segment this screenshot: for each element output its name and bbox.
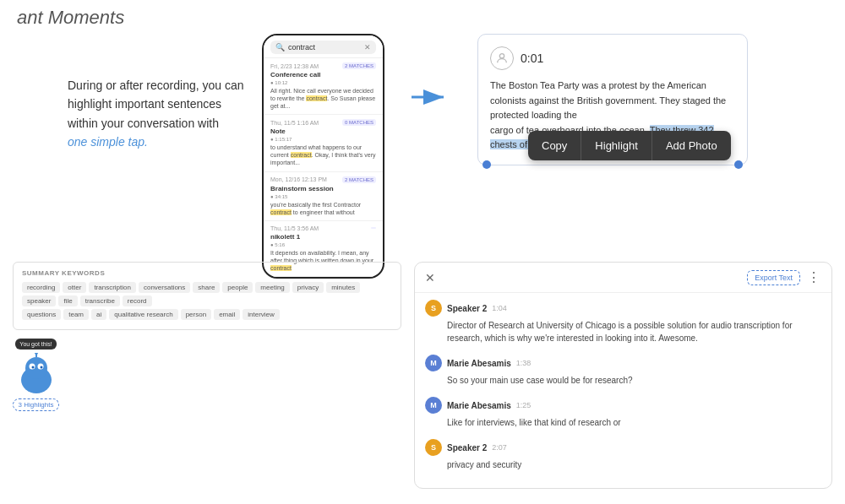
desc-line2: highlight important sentences	[68, 97, 221, 111]
conv-message: M Marie Abesamis 1:25 Like for interview…	[425, 397, 821, 429]
conv-speaker-name: Marie Abesamis	[447, 359, 511, 368]
chat-panel: You got this!	[13, 339, 401, 411]
phone-mockup: 🔍 contract ✕ Fri, 2/23 12:38 AM 2 MATCHE…	[262, 34, 384, 279]
keyword-tag: transcription	[89, 282, 136, 293]
bot-bubble: You got this!	[15, 339, 56, 350]
svg-point-4	[25, 357, 47, 379]
conv-more-menu[interactable]: ⋮	[807, 269, 821, 285]
desc-line3: within your conversation with	[68, 117, 219, 130]
phone-search-icon: 🔍	[275, 43, 285, 51]
keyword-tag: otter	[63, 282, 86, 293]
phone-search-clear: ✕	[364, 43, 371, 51]
avatar	[490, 46, 514, 70]
keyword-tag: share	[193, 282, 220, 293]
phone-list-item: Fri, 2/23 12:38 AM 2 MATCHES Conference …	[264, 58, 383, 115]
bot-avatar-area: You got this!	[13, 339, 59, 411]
description-area: During or after recording, you can highl…	[25, 25, 245, 152]
phone-list-item: Mon, 12/16 12:13 PM 2 MATCHES Brainstorm…	[264, 172, 383, 221]
svg-point-2	[499, 54, 504, 58]
keyword-tag: qualitative research	[109, 309, 177, 320]
conv-close-button[interactable]: ✕	[425, 271, 435, 285]
conv-avatar: M	[425, 355, 442, 371]
keyword-tag: ai	[91, 309, 106, 320]
keyword-tag: questions	[22, 309, 61, 320]
conv-timestamp: 1:25	[516, 401, 532, 409]
export-text-button[interactable]: Export Text	[747, 270, 800, 285]
keyword-tag: privacy	[292, 282, 324, 293]
keywords-row-2: questionsteamaiqualitative researchperso…	[22, 309, 392, 320]
conv-speaker-name: Speaker 2	[447, 304, 487, 313]
keywords-section: SUMMARY KEYWORDS recordingottertranscrip…	[13, 262, 401, 330]
context-menu-add-photo[interactable]: Add Photo	[652, 131, 731, 160]
desc-line1: During or after recording, you can	[68, 79, 244, 92]
conv-message-text: privacy and security	[425, 458, 821, 471]
keyword-tag: recording	[22, 282, 60, 293]
conv-message-text: So so your main use case would be for re…	[425, 374, 821, 387]
conv-timestamp: 2:07	[492, 443, 507, 452]
svg-point-10	[35, 353, 38, 355]
conv-message: S Speaker 2 2:07 privacy and security	[425, 439, 821, 471]
phone-list-item: Thu, 11/5 1:16 AM 0 MATCHES Note ● 1:15:…	[264, 115, 383, 171]
svg-point-8	[40, 366, 42, 369]
desc-line4: one simple tap.	[68, 135, 148, 149]
conv-messages: S Speaker 2 1:04 Director of Research at…	[415, 293, 831, 488]
conv-message-text: Director of Research at University of Ch…	[425, 319, 821, 344]
left-panel: SUMMARY KEYWORDS recordingottertranscrip…	[13, 262, 401, 489]
keyword-tag: transcribe	[80, 295, 120, 306]
keywords-label: SUMMARY KEYWORDS	[22, 269, 392, 277]
bottom-section: SUMMARY KEYWORDS recordingottertranscrip…	[0, 262, 845, 489]
conv-speaker-name: Marie Abesamis	[447, 401, 511, 410]
conv-speaker-name: Speaker 2	[447, 443, 487, 453]
conv-timestamp: 1:38	[516, 359, 532, 367]
arrow-right	[401, 84, 461, 110]
conv-message: M Marie Abesamis 1:38 So so your main us…	[425, 355, 821, 387]
keyword-tag: file	[58, 295, 77, 306]
conv-timestamp: 1:04	[492, 304, 507, 312]
context-menu: Copy Highlight Add Photo	[528, 131, 731, 160]
phone-list: Fri, 2/23 12:38 AM 2 MATCHES Conference …	[264, 58, 383, 277]
conv-message-text: Like for interviews, like that kind of r…	[425, 416, 821, 429]
page-title: ant Moments	[17, 7, 124, 29]
conv-avatar: M	[425, 397, 442, 414]
conv-avatar: S	[425, 439, 442, 456]
keyword-tag: meeting	[255, 282, 289, 293]
keyword-tag: record	[123, 295, 152, 306]
keywords-row-1: recordingottertranscriptionconversations…	[22, 282, 392, 306]
keyword-tag: interview	[243, 309, 280, 320]
keyword-tag: minutes	[326, 282, 360, 293]
keyword-tag: speaker	[22, 295, 56, 306]
conv-header: ✕ Export Text ⋮	[415, 263, 831, 293]
keyword-tag: conversations	[139, 282, 190, 293]
keyword-tag: team	[63, 309, 89, 320]
conv-message: S Speaker 2 1:04 Director of Research at…	[425, 300, 821, 344]
keyword-tag: people	[222, 282, 253, 293]
conv-avatar: S	[425, 300, 442, 317]
highlights-badge: 3 Highlights	[13, 398, 60, 411]
context-menu-highlight[interactable]: Highlight	[581, 131, 652, 160]
context-menu-copy[interactable]: Copy	[528, 131, 581, 160]
keyword-tag: person	[181, 309, 211, 320]
phone-search-input: contract	[288, 43, 361, 51]
recording-time: 0:01	[521, 51, 543, 65]
conversation-panel: ✕ Export Text ⋮ S Speaker 2 1:04 Directo…	[414, 262, 832, 489]
keyword-tag: email	[214, 309, 240, 320]
svg-point-7	[31, 366, 34, 369]
